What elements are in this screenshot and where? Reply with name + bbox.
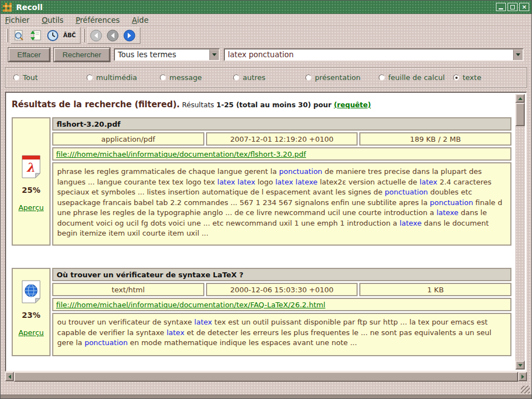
results-header: Résultats de la recherche (filtered). Ré… [12, 99, 511, 109]
radio-tout[interactable]: Tout [13, 73, 38, 82]
result-size: 1 KB [359, 283, 511, 296]
result-entry: 23% Aperçu Où trouver un vérificateur de… [12, 268, 511, 356]
menubar: Fichier Outils Préférences Aide [1, 14, 531, 26]
result-size: 189 KB / 2 MB [359, 132, 511, 146]
result-url-link[interactable]: file:///home/michael/informatique/docume… [56, 301, 325, 309]
search-document-icon[interactable] [12, 29, 27, 42]
result-mime: text/html [52, 283, 204, 296]
radio-label: message [169, 73, 202, 82]
vertical-scroll-thumb[interactable] [515, 103, 525, 126]
radio-label: texte [463, 73, 481, 82]
radio-label: multimédia [96, 73, 137, 82]
horizontal-scrollbar[interactable] [5, 372, 527, 382]
results-panel: Résultats de la recherche (filtered). Ré… [5, 92, 527, 372]
update-index-icon[interactable] [29, 29, 43, 42]
result-side-panel: λ 25% Aperçu [12, 117, 51, 246]
clear-button[interactable]: Effacer [8, 48, 50, 62]
nav-back-icon[interactable] [106, 29, 120, 42]
results-heading: Résultats de la recherche (filtered). [12, 99, 180, 109]
radio-icon [233, 74, 239, 81]
toolbar: ÂBĈ [1, 26, 531, 44]
toolbar-handle[interactable] [6, 29, 8, 42]
titlebar[interactable]: Recoll × [1, 1, 531, 14]
result-date: 2007-12-01 12:19:20 +0100 [206, 132, 358, 146]
search-input-value[interactable]: latex ponctuation [225, 49, 513, 60]
recoll-checker-icon [3, 3, 12, 12]
scroll-up-icon[interactable] [515, 94, 525, 103]
search-controls: Effacer Rechercher Tous les termes latex… [1, 44, 531, 64]
relevance-percent: 23% [22, 311, 41, 320]
radio-message[interactable]: message [160, 73, 202, 82]
close-icon[interactable]: × [519, 3, 529, 11]
category-filterbar: Tout multimédia message autres présentat… [5, 67, 527, 88]
history-clock-icon[interactable] [46, 29, 60, 42]
radio-icon [87, 74, 93, 81]
chevron-down-icon[interactable] [513, 49, 523, 60]
toolbar-handle-2[interactable] [83, 29, 85, 42]
results-count: 1-25 (total au moins 30) pour [217, 101, 334, 109]
nav-forward-icon[interactable] [122, 29, 137, 42]
radio-icon [305, 74, 312, 81]
result-title: Où trouver un vérificateur de syntaxe La… [52, 268, 511, 281]
radio-icon [13, 74, 19, 81]
radio-icon [160, 74, 166, 81]
recoll-window: Recoll × Fichier Outils Préférences Aide [0, 0, 532, 399]
term-explorer-abc-icon[interactable]: ÂBĈ [62, 29, 77, 42]
scroll-left-icon[interactable] [5, 372, 14, 381]
scroll-right-icon[interactable] [518, 372, 527, 381]
minimize-icon[interactable] [496, 3, 506, 11]
menu-fichier[interactable]: Fichier [5, 16, 29, 24]
radio-label: Tout [23, 73, 38, 82]
filter-wrap: Tout multimédia message autres présentat… [1, 64, 531, 92]
radio-feuille-de-calcul[interactable]: feuille de calcul [379, 73, 445, 82]
results-content: Résultats de la recherche (filtered). Ré… [6, 93, 514, 371]
nav-first-back-icon[interactable] [89, 29, 103, 42]
menu-preferences[interactable]: Préférences [76, 16, 119, 24]
search-input[interactable]: latex ponctuation [224, 48, 524, 61]
radio-texte[interactable]: texte [453, 73, 481, 82]
radio-multimedia[interactable]: multimédia [87, 73, 137, 82]
pdf-document-icon: λ [22, 155, 41, 180]
menu-outils[interactable]: Outils [42, 16, 63, 24]
maximize-icon[interactable] [508, 3, 518, 11]
results-count-prefix: Résultats [182, 101, 217, 109]
vertical-scroll-track[interactable] [515, 126, 525, 361]
chevron-down-icon[interactable] [209, 49, 219, 60]
statusbar-area [1, 382, 531, 398]
result-entry: λ 25% Aperçu flshort-3.20.pdf applicatio… [12, 117, 511, 246]
result-title: flshort-3.20.pdf [52, 117, 511, 131]
radio-label: présentation [315, 73, 360, 82]
resize-grip-icon[interactable] [521, 386, 530, 393]
result-url-link[interactable]: file:///home/michael/informatique/docume… [56, 150, 306, 158]
preview-link[interactable]: Aperçu [18, 328, 44, 337]
result-url-cell: file:///home/michael/informatique/docume… [52, 147, 511, 161]
result-url-cell: file:///home/michael/informatique/docume… [52, 298, 511, 311]
window-title: Recoll [16, 3, 494, 12]
result-snippet: phrase les regles grammaticales de chaqu… [52, 162, 511, 246]
vertical-scrollbar[interactable] [515, 94, 525, 370]
radio-icon [453, 74, 459, 81]
relevance-percent: 25% [22, 186, 41, 194]
preview-link[interactable]: Aperçu [18, 203, 44, 212]
radio-label: autres [243, 73, 265, 82]
radio-label: feuille de calcul [388, 73, 445, 82]
search-button[interactable]: Rechercher [54, 48, 111, 62]
result-side-panel: 23% Aperçu [12, 268, 51, 356]
radio-presentation[interactable]: présentation [305, 73, 360, 82]
horizontal-scroll-thumb[interactable] [14, 372, 518, 382]
result-mime: application/pdf [52, 132, 204, 146]
svg-text:λ: λ [26, 160, 34, 174]
html-document-icon [22, 280, 41, 305]
search-mode-select[interactable]: Tous les termes [114, 48, 220, 61]
result-date: 2000-12-06 15:03:30 +0100 [206, 283, 358, 296]
toolbar-group-tools: ÂBĈ [11, 27, 81, 44]
menu-aide[interactable]: Aide [132, 16, 149, 24]
toolbar-group-nav [87, 27, 140, 44]
radio-icon [379, 74, 385, 81]
radio-autres[interactable]: autres [233, 73, 265, 82]
scroll-down-icon[interactable] [515, 361, 525, 370]
result-snippet: ou trouver un verificateur de syntaxe la… [52, 313, 511, 356]
window-bottom-frame [1, 395, 531, 398]
search-mode-value: Tous les termes [115, 49, 209, 60]
query-link[interactable]: (requête) [334, 101, 371, 109]
